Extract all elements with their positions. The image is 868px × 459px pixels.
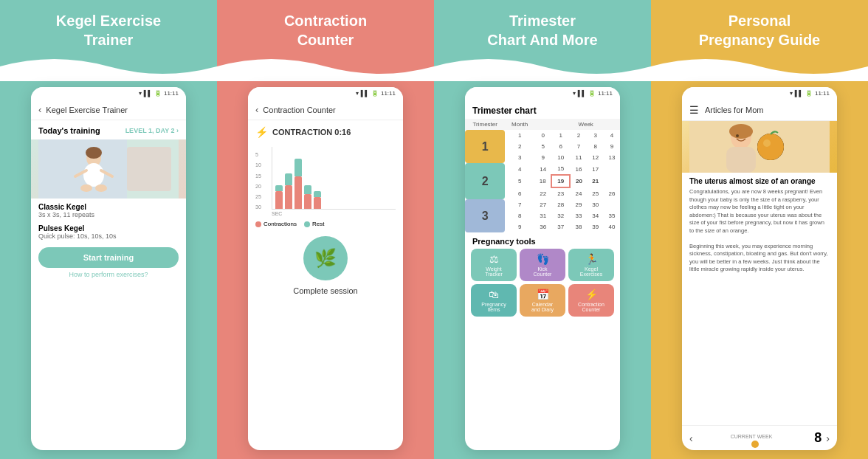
panel-kegel: Kegel ExerciseTrainer ▾▌▌🔋 11:11 ‹ Kegel…	[0, 0, 217, 459]
back-icon-1[interactable]: ‹	[38, 104, 41, 115]
table-row: 2 4 14 15 16 17	[465, 163, 620, 175]
training-header: Today's training LEVEL 1, DAY 2 ›	[31, 120, 186, 139]
sec-label: SEC	[272, 211, 396, 216]
bar-4	[304, 185, 311, 209]
time-2: 11:11	[381, 90, 396, 97]
lightning-icon: ⚡	[255, 126, 268, 138]
exercise-desc-1: 3s x 3s, 11 repeats	[38, 211, 179, 218]
chart-y-labels: 30252015105	[255, 147, 261, 210]
bar-rest-5	[314, 191, 321, 197]
col-week: Week	[551, 119, 620, 130]
leaf-icon: 🌿	[314, 248, 337, 269]
tri-2-label: 2	[465, 163, 505, 199]
nav-4: ☰ Articles for Mom	[682, 100, 837, 121]
bar-contraction-5	[314, 197, 321, 209]
tool-contraction[interactable]: ⚡ ContractionCounter	[568, 284, 614, 317]
bar-contraction-1	[275, 191, 283, 209]
week-progress-dot	[751, 441, 759, 448]
panel-contraction: ContractionCounter ▾▌▌🔋 11:11 ‹ Contract…	[217, 0, 434, 459]
tri-3-label: 3	[465, 199, 505, 232]
panel-4-header: PersonalPregnancy Guide	[651, 11, 868, 49]
svg-point-17	[757, 134, 784, 160]
contraction-chart: 30252015105	[248, 144, 403, 218]
time-3: 11:11	[598, 90, 613, 97]
panel-trimester: TrimesterChart And More ▾▌▌🔋 11:11 Trime…	[434, 0, 651, 459]
complete-session-label: Complete session	[248, 286, 403, 303]
svg-point-4	[83, 163, 104, 187]
bar-1	[275, 185, 283, 209]
pregnancy-items-icon: 🛍	[489, 289, 499, 300]
tool-kick[interactable]: 👣 KickCounter	[520, 249, 565, 281]
bar-5	[314, 191, 321, 209]
bar-rest-1	[275, 185, 283, 191]
nav-2: ‹ Contraction Counter	[248, 100, 403, 120]
legend-dot-rest	[304, 221, 310, 227]
exercise-item-2: Pulses Kegel Quick pulse: 10s, 10s, 10s	[31, 220, 186, 241]
panel-1-header: Kegel ExerciseTrainer	[0, 11, 217, 49]
article-content: The uterus almost size of an orange Cong…	[682, 173, 837, 278]
how-link[interactable]: How to perform exercises?	[31, 271, 186, 284]
legend-label-contraction: Contractions	[264, 221, 297, 227]
today-label: Today's training	[38, 126, 100, 135]
panel-2-header: ContractionCounter	[217, 11, 434, 49]
table-row: 3 7 27 28 29 30	[465, 199, 620, 210]
next-week-button[interactable]: ›	[826, 432, 830, 444]
trimester-table: Trimester Month Week 1 1 0 1 2 3	[465, 119, 620, 232]
contraction-label: CONTRACTION 0:16	[272, 128, 351, 137]
svg-point-14	[729, 124, 753, 139]
phone-screen-4: ▾▌▌🔋 11:11 ☰ Articles for Mom	[682, 87, 837, 450]
current-week-label: CURRENT WEEK	[731, 434, 773, 439]
training-image	[31, 139, 186, 199]
contraction-display: ⚡ CONTRACTION 0:16	[248, 120, 403, 144]
exercise-desc-2: Quick pulse: 10s, 10s, 10s	[38, 232, 179, 240]
contraction-tool-icon: ⚡	[585, 289, 598, 300]
col-week-empty	[534, 119, 551, 130]
svg-rect-1	[127, 147, 171, 191]
status-bar-2: ▾▌▌🔋 11:11	[248, 87, 403, 100]
legend-contraction: Contractions	[255, 221, 297, 227]
current-week-cell: 19	[551, 175, 570, 187]
articles-title: Articles for Mom	[705, 106, 763, 114]
week-number: 8	[814, 430, 822, 446]
phone-screen-1: ▾▌▌🔋 11:11 ‹ Kegel Exercise Trainer Toda…	[31, 87, 186, 450]
article-title: The uterus almost size of an orange	[689, 177, 830, 185]
nav-1: ‹ Kegel Exercise Trainer	[31, 100, 186, 120]
bar-3	[294, 159, 302, 209]
chart-legend: Contractions Rest	[248, 218, 403, 230]
hamburger-icon[interactable]: ☰	[689, 104, 699, 116]
tool-weight[interactable]: ⚖ WeightTracker	[471, 249, 517, 281]
svg-point-18	[763, 139, 771, 147]
svg-point-9	[86, 147, 102, 159]
bar-contraction-3	[294, 176, 302, 209]
table-row: 1 1 0 1 2 3 4	[465, 130, 620, 141]
bar-rest-4	[304, 185, 311, 194]
svg-point-8	[95, 184, 107, 192]
col-month: Month	[505, 119, 534, 130]
svg-rect-13	[726, 147, 756, 173]
pregnancy-tools-title: Pregnancy tools	[465, 232, 620, 249]
weight-icon: ⚖	[489, 253, 499, 265]
nav-title-1: Kegel Exercise Trainer	[46, 106, 128, 114]
leaf-circle[interactable]: 🌿	[303, 236, 348, 280]
calendar-icon: 📅	[537, 289, 549, 300]
legend-dot-contraction	[255, 221, 261, 227]
col-trimester: Trimester	[465, 119, 505, 130]
tool-kegel[interactable]: 🏃 KegelExercises	[568, 249, 614, 281]
tool-calendar[interactable]: 📅 Calendarand Diary	[520, 284, 565, 317]
bar-contraction-2	[285, 185, 292, 209]
status-bar-1: ▾▌▌🔋 11:11	[31, 87, 186, 100]
exercise-name-2: Pulses Kegel	[38, 224, 179, 232]
tool-pregnancy-items[interactable]: 🛍 PregnancyItems	[471, 284, 517, 317]
status-bar-4: ▾▌▌🔋 11:11	[682, 87, 837, 100]
legend-label-rest: Rest	[312, 221, 324, 227]
bar-rest-3	[294, 159, 302, 176]
kick-icon: 👣	[537, 253, 549, 265]
bar-contraction-4	[304, 194, 311, 209]
start-training-button[interactable]: Start training	[38, 247, 179, 268]
svg-point-7	[80, 184, 92, 192]
bar-2	[285, 173, 292, 209]
svg-point-15	[736, 134, 739, 137]
back-icon-2[interactable]: ‹	[255, 104, 258, 115]
legend-rest: Rest	[304, 221, 324, 227]
level-badge: LEVEL 1, DAY 2 ›	[125, 127, 179, 134]
